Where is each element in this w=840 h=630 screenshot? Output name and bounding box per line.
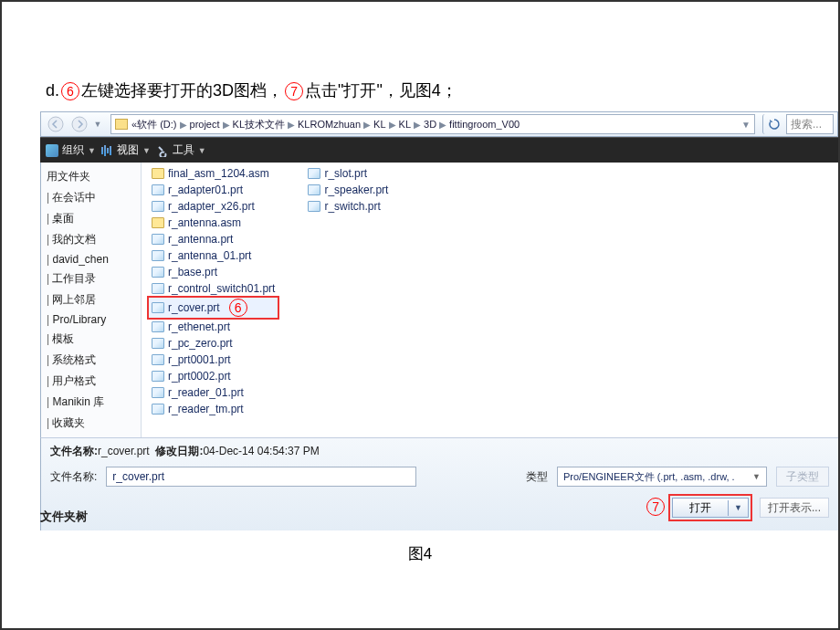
file-list-item[interactable]: r_antenna.asm xyxy=(149,215,278,230)
file-list-item[interactable]: r_reader_01.prt xyxy=(149,385,278,400)
subtype-button: 子类型 xyxy=(776,467,829,487)
breadcrumb-item[interactable]: KL xyxy=(373,119,385,130)
file-name-label: r_adapter01.prt xyxy=(168,184,243,196)
sidebar-item[interactable]: | 我的文档 xyxy=(41,229,141,250)
file-list-item[interactable]: r_antenna_01.prt xyxy=(149,248,278,263)
dialog-footer: 文件名称:r_cover.prt 修改日期:04-Dec-14 04:54:37… xyxy=(40,437,838,530)
breadcrumb-item[interactable]: 软件 (D:) xyxy=(137,118,176,131)
sidebar-folder-list: 用文件夹| 在会话中| 桌面| 我的文档| david_chen| 工作目录| … xyxy=(41,163,142,437)
breadcrumb-item[interactable]: KL技术文件 xyxy=(233,118,285,131)
file-list-item[interactable]: r_prt0001.prt xyxy=(149,352,278,367)
breadcrumb-bar[interactable]: « 软件 (D:)▶ project▶ KL技术文件▶ KLROMzhuan▶ … xyxy=(110,114,755,134)
breadcrumb-item[interactable]: project xyxy=(190,119,220,130)
file-list-item[interactable]: r_adapter_x26.prt xyxy=(149,199,278,214)
nav-dropdown-icon[interactable]: ▼ xyxy=(92,114,103,134)
tools-menu[interactable]: 工具 ▼ xyxy=(156,142,206,158)
open-representation-button[interactable]: 打开表示... xyxy=(760,498,829,518)
breadcrumb-item[interactable]: fittingroom_V00 xyxy=(449,119,520,130)
sidebar-item[interactable]: | Manikin 库 xyxy=(41,392,141,413)
prt-file-icon xyxy=(308,201,320,212)
view-menu[interactable]: 视图 ▼ xyxy=(101,142,151,158)
svg-point-0 xyxy=(48,117,63,131)
instruction-text: d.6左键选择要打开的3D图档，7点击"打开"，见图4； xyxy=(46,79,457,101)
open-button-dropdown[interactable]: ▼ xyxy=(729,503,748,512)
file-list-item[interactable]: r_antenna.prt xyxy=(149,232,278,247)
sidebar-item[interactable]: | 工作目录 xyxy=(41,268,141,289)
file-list-area: final_asm_1204.asmr_adapter01.prtr_adapt… xyxy=(142,163,838,437)
prt-file-icon xyxy=(152,387,164,398)
prt-file-icon xyxy=(152,302,164,313)
sidebar-item[interactable]: | david_chen xyxy=(41,250,141,268)
file-name-label: r_antenna.prt xyxy=(168,233,233,246)
figure-label: 图4 xyxy=(2,543,838,564)
file-name-label: r_control_switch01.prt xyxy=(168,282,275,295)
file-info-line: 文件名称:r_cover.prt 修改日期:04-Dec-14 04:54:37… xyxy=(50,444,829,459)
file-name-label: r_prt0001.prt xyxy=(168,353,231,366)
file-list-item[interactable]: r_speaker.prt xyxy=(305,183,391,197)
circle-6-annotation: 6 xyxy=(229,299,247,317)
file-name-label: r_ethenet.prt xyxy=(168,320,230,333)
prt-file-icon xyxy=(152,201,164,212)
organize-menu[interactable]: 组织 ▼ xyxy=(46,142,96,158)
file-list-item[interactable]: r_cover.prt6 xyxy=(149,298,278,318)
file-list-item[interactable]: r_switch.prt xyxy=(305,199,391,214)
file-list-item[interactable]: r_adapter01.prt xyxy=(149,183,278,197)
type-select[interactable]: Pro/ENGINEER文件 (.prt, .asm, .drw, .▼ xyxy=(557,467,767,487)
file-name-label: r_reader_tm.prt xyxy=(168,403,244,415)
file-list-item[interactable]: final_asm_1204.asm xyxy=(149,166,278,181)
sidebar-item[interactable]: 用文件夹 xyxy=(41,166,141,187)
file-list-item[interactable]: r_pc_zero.prt xyxy=(149,336,278,351)
file-name-label: r_base.prt xyxy=(168,266,217,278)
file-name-label: r_pc_zero.prt xyxy=(168,337,233,350)
sidebar-item[interactable]: | 用户格式 xyxy=(41,371,141,392)
sidebar-item[interactable]: | 系统格式 xyxy=(41,350,141,371)
sidebar-item[interactable]: | 收藏夹 xyxy=(41,413,141,434)
open-button[interactable]: 打开 ▼ xyxy=(672,498,749,518)
file-list-item[interactable]: r_base.prt xyxy=(149,265,278,279)
file-open-dialog: ▼ « 软件 (D:)▶ project▶ KL技术文件▶ KLROMzhuan… xyxy=(40,111,838,530)
file-list-item[interactable]: r_reader_tm.prt xyxy=(149,402,278,416)
file-list-item[interactable]: r_slot.prt xyxy=(305,166,391,181)
file-list-item[interactable]: r_control_switch01.prt xyxy=(149,281,278,296)
sidebar-item[interactable]: | 模板 xyxy=(41,329,141,350)
file-name-label: r_speaker.prt xyxy=(324,184,388,196)
tools-icon xyxy=(156,144,169,157)
file-name-label: r_switch.prt xyxy=(324,200,380,213)
sidebar-item[interactable]: | Pro/Library xyxy=(41,310,141,329)
nav-back-button[interactable] xyxy=(45,114,67,134)
svg-point-1 xyxy=(72,117,87,131)
file-name-label: final_asm_1204.asm xyxy=(168,167,269,180)
file-browser-main: 用文件夹| 在会话中| 桌面| 我的文档| david_chen| 工作目录| … xyxy=(40,163,838,437)
nav-forward-button[interactable] xyxy=(68,114,90,134)
type-label: 类型 xyxy=(526,469,548,485)
prt-file-icon xyxy=(152,321,164,332)
filename-field[interactable] xyxy=(106,467,416,487)
file-name-label: r_prt0002.prt xyxy=(168,370,231,383)
sidebar-item[interactable]: | 在会话中 xyxy=(41,187,141,208)
prt-file-icon xyxy=(308,184,320,195)
sidebar-item[interactable]: | 网上邻居 xyxy=(41,289,141,310)
dialog-toolbar: 组织 ▼ 视图 ▼ 工具 ▼ xyxy=(40,137,838,163)
file-name-label: r_slot.prt xyxy=(324,167,367,180)
prt-file-icon xyxy=(152,338,164,349)
file-list-item[interactable]: r_ethenet.prt xyxy=(149,320,278,334)
prt-file-icon xyxy=(152,371,164,382)
circle-7-annotation: 7 xyxy=(646,498,665,516)
prt-file-icon xyxy=(152,184,164,195)
file-name-label: r_antenna.asm xyxy=(168,216,241,229)
breadcrumb-item[interactable]: KL xyxy=(399,119,411,130)
breadcrumb-item[interactable]: KLROMzhuan xyxy=(298,119,361,130)
file-list-item[interactable]: r_prt0002.prt xyxy=(149,369,278,383)
prt-file-icon xyxy=(308,168,320,179)
file-name-label: r_reader_01.prt xyxy=(168,386,244,399)
prt-file-icon xyxy=(152,354,164,365)
folder-icon xyxy=(115,119,128,130)
asm-file-icon xyxy=(152,217,164,228)
circle-7-instruction: 7 xyxy=(285,82,303,100)
folder-tree-label: 文件夹树 xyxy=(40,509,88,525)
breadcrumb-item[interactable]: 3D xyxy=(424,119,436,130)
refresh-button[interactable] xyxy=(762,114,784,134)
organize-icon xyxy=(46,144,58,157)
sidebar-item[interactable]: | 桌面 xyxy=(41,208,141,229)
search-input[interactable]: 搜索... xyxy=(786,114,834,134)
